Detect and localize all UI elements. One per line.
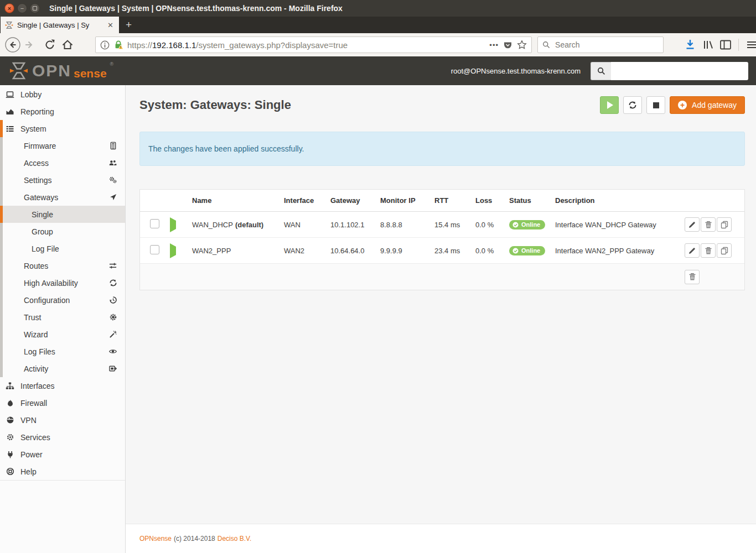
refresh-button[interactable] (623, 96, 642, 114)
toolbar-separator (738, 39, 739, 51)
opnsense-hourglass-icon (9, 61, 29, 80)
row-checkbox[interactable] (150, 245, 159, 254)
online-status-icon (512, 248, 519, 254)
sidebar-item-label: Power (20, 450, 43, 459)
copy-icon (721, 221, 728, 229)
page-actions-button[interactable]: ••• (489, 41, 499, 49)
sidebar-item-access[interactable]: Access (3, 154, 125, 171)
sidebar-item-vpn[interactable]: VPN (0, 411, 125, 429)
clone-gateway-button[interactable] (717, 217, 732, 232)
stop-button[interactable] (646, 96, 665, 114)
sidebar-item-settings[interactable]: Settings (3, 171, 125, 189)
sidebar-item-routes[interactable]: Routes (3, 257, 125, 274)
delete-gateway-button[interactable] (701, 243, 716, 258)
tab-close-button[interactable]: ✕ (106, 21, 115, 29)
window-minimize-button[interactable]: − (17, 3, 27, 13)
status-badge: Online (509, 220, 545, 229)
sidebar-item-activity[interactable]: Activity (3, 360, 125, 377)
sidebar-item-firewall[interactable]: Firewall (0, 394, 125, 411)
menu-button[interactable] (744, 37, 756, 53)
window-maximize-button[interactable] (30, 3, 40, 13)
reload-button[interactable] (42, 37, 58, 53)
sidebar-item-gateways[interactable]: Gateways (3, 189, 125, 206)
add-gateway-button[interactable]: + Add gateway (670, 96, 745, 114)
opnsense-footer-link[interactable]: OPNsense (139, 535, 172, 542)
sidebar-item-label: Settings (24, 176, 52, 185)
app-search-button[interactable] (591, 62, 611, 80)
downloads-button[interactable] (682, 37, 698, 53)
sidebar-item-services[interactable]: Services (0, 429, 125, 446)
edit-gateway-button[interactable] (685, 243, 700, 258)
sidebar-item-label: Access (24, 159, 49, 168)
download-icon (683, 38, 697, 52)
opnsense-favicon-icon (5, 21, 13, 29)
clone-gateway-button[interactable] (717, 243, 732, 258)
status-label: Online (521, 222, 540, 228)
firmware-icon (109, 142, 117, 150)
plus-icon: + (678, 101, 687, 109)
edit-gateway-button[interactable] (685, 217, 700, 232)
library-button[interactable] (700, 37, 716, 53)
gateway-rtt: 23.4 ms (430, 238, 471, 264)
sidebar-item-reporting[interactable]: Reporting (0, 103, 125, 120)
laptop-icon (6, 90, 14, 99)
opnsense-logo[interactable]: OPNsense® (9, 61, 113, 80)
pocket-icon[interactable] (503, 40, 512, 50)
window-close-button[interactable]: × (4, 3, 14, 13)
sidebar-item-label: Services (20, 433, 50, 442)
sidebar-item-firmware[interactable]: Firmware (3, 137, 125, 154)
ssl-lock-warning-icon[interactable] (113, 40, 123, 50)
activity-icon (108, 364, 117, 373)
deciso-footer-link[interactable]: Deciso B.V. (218, 535, 252, 542)
apply-run-button[interactable] (600, 96, 619, 114)
sidebar-item-label: Activity (24, 364, 48, 373)
gateway-interface: WAN (279, 212, 326, 238)
sidebar-item-group[interactable]: Group (3, 223, 125, 240)
home-button[interactable] (60, 37, 75, 53)
back-icon (4, 36, 21, 53)
gateway-row-wan-dhcp: WAN_DHCP(default) WAN 10.1.102.1 8.8.8.8… (140, 212, 744, 238)
col-state (165, 190, 188, 212)
window-titlebar: × − Single | Gateways | System | OPNsens… (0, 0, 756, 17)
sidebar-item-configuration[interactable]: Configuration (3, 291, 125, 309)
gateway-row-wan2-ppp: WAN2_PPP WAN2 10.64.64.0 9.9.9.9 23.4 ms… (140, 238, 744, 264)
sidebar-item-lobby[interactable]: Lobby (0, 86, 125, 103)
sidebar-item-system[interactable]: System (0, 120, 125, 137)
sidebar-item-wizard[interactable]: Wizard (3, 326, 125, 343)
forward-icon (21, 37, 37, 53)
eye-icon (108, 347, 117, 356)
sidebar-toggle-button[interactable] (718, 37, 733, 53)
sidebar-item-high-availability[interactable]: High Availability (3, 274, 125, 291)
sidebar-item-help[interactable]: Help (0, 463, 125, 480)
delete-selected-button[interactable] (685, 270, 700, 284)
col-monitor-ip: Monitor IP (376, 190, 430, 212)
url-bar[interactable]: https://192.168.1.1/system_gateways.php?… (95, 36, 532, 53)
sidebar-item-single[interactable]: Single (0, 206, 125, 223)
sidebar-item-trust[interactable]: Trust (3, 309, 125, 326)
sidebar-item-interfaces[interactable]: Interfaces (0, 377, 125, 394)
trash-icon (705, 247, 712, 255)
col-loss: Loss (471, 190, 505, 212)
refresh-icon (628, 101, 637, 109)
forward-button[interactable] (21, 37, 37, 53)
gateway-rtt: 15.4 ms (430, 212, 471, 238)
delete-gateway-button[interactable] (701, 217, 716, 232)
pencil-icon (688, 247, 696, 255)
sidebar-item-log-file[interactable]: Log File (3, 240, 125, 257)
browser-search-box[interactable] (537, 36, 664, 53)
gears-icon (108, 176, 117, 184)
browser-tab[interactable]: Single | Gateways | Sy ✕ (1, 17, 119, 33)
sidebar-item-power[interactable]: Power (0, 446, 125, 463)
sidebar-item-label: VPN (20, 416, 37, 425)
browser-search-input[interactable] (554, 40, 659, 50)
page-footer: OPNsense (c) 2014-2018 Deciso B.V. (126, 524, 756, 553)
sitemap-icon (6, 382, 14, 390)
bookmark-star-icon[interactable] (517, 40, 527, 50)
sidebar-item-log-files[interactable]: Log Files (3, 343, 125, 360)
page-info-icon[interactable] (100, 40, 110, 50)
app-search-input[interactable] (611, 62, 748, 80)
gateways-table-panel: Name Interface Gateway Monitor IP RTT Lo… (139, 189, 745, 290)
new-tab-button[interactable]: + (126, 19, 132, 31)
row-checkbox[interactable] (150, 219, 159, 228)
back-button[interactable] (4, 37, 21, 53)
